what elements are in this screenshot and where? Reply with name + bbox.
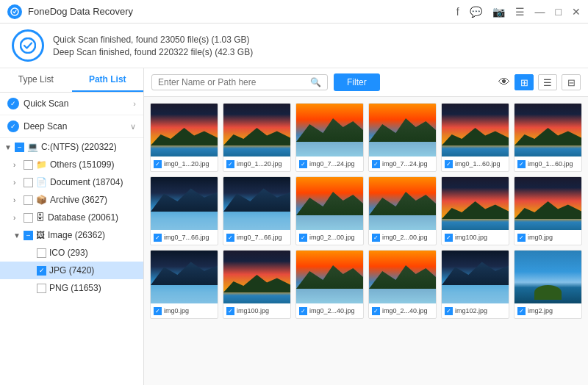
search-input[interactable] [158,77,310,87]
tree-label-database: Database (20061) [48,212,118,223]
detail-view-button[interactable]: ⊟ [562,74,581,90]
expand-icon: ▼ [4,143,15,151]
facebook-icon[interactable]: f [456,6,459,18]
item-checkbox[interactable]: ✓ [372,234,380,242]
grid-item[interactable]: ✓ img0_1...60.jpg [441,103,509,172]
tree-item-others[interactable]: › 📁 Others (151099) [0,156,143,173]
quick-scan-item[interactable]: ✓ Quick Scan › [0,93,143,115]
item-checkbox[interactable]: ✓ [226,307,234,315]
expand-icon: › [13,196,24,204]
item-checkbox[interactable]: ✓ [154,160,162,168]
grid-item[interactable]: ✓ img0_2...00.jpg [368,176,437,245]
checkbox-others[interactable] [24,160,33,170]
grid-item[interactable]: ✓ img102.jpg [441,250,509,319]
item-checkbox[interactable]: ✓ [226,160,234,168]
chat-icon[interactable]: 💬 [470,6,482,18]
filter-button[interactable]: Filter [334,73,380,91]
item-checkbox[interactable]: ✓ [154,307,162,315]
thumbnail [442,104,509,156]
eye-icon[interactable]: 👁 [498,76,510,89]
grid-item[interactable]: ✓ img0_1...60.jpg [514,103,582,172]
filename-label: img0_7...24.jpg [382,160,428,168]
deep-scan-item[interactable]: ✓ Deep Scan ∨ [0,115,143,138]
quick-scan-check: ✓ [7,98,19,109]
tab-path-list[interactable]: Path List [72,68,144,92]
tree-item-archive[interactable]: › 📦 Archive (3627) [0,191,143,209]
item-checkbox[interactable]: ✓ [445,160,453,168]
tree-item-jpg[interactable]: ✓ JPG (7420) [0,262,143,279]
search-box[interactable]: 🔍 [151,74,328,90]
item-checkbox[interactable]: ✓ [517,307,526,315]
close-icon[interactable]: ✕ [572,6,581,18]
image-icon: 🖼 [36,230,45,240]
item-checkbox[interactable]: ✓ [517,160,526,168]
item-checkbox[interactable]: ✓ [445,234,453,242]
thumbnail [151,251,218,303]
deep-scan-check: ✓ [7,120,19,132]
item-checkbox[interactable]: ✓ [226,234,234,242]
item-checkbox[interactable]: ✓ [299,307,307,315]
expand-icon: › [13,214,24,222]
grid-item[interactable]: ✓ img0_7...66.jpg [223,176,291,245]
camera-icon[interactable]: 📷 [492,6,505,18]
grid-item[interactable]: ✓ img0_2...00.jpg [295,176,364,245]
tree-item-c-drive[interactable]: ▼ – 💻 C:(NTFS) (220322) [0,138,143,156]
grid-item[interactable]: ✓ img0_1...20.jpg [150,103,218,172]
grid-item-footer: ✓ img0_2...00.jpg [296,230,363,245]
filename-label: img0_1...60.jpg [455,160,501,168]
folder-icon: 📁 [36,159,47,170]
content-toolbar: 🔍 Filter 👁 ⊞ ☰ ⊟ [144,68,588,97]
grid-item[interactable]: ✓ img0_1...20.jpg [223,103,291,172]
deep-scan-arrow: ∨ [130,122,136,132]
filename-label: img0_7...66.jpg [164,234,209,241]
filename-label: img0_1...20.jpg [164,160,209,168]
item-checkbox[interactable]: ✓ [299,160,307,168]
grid-item[interactable]: ✓ img100.jpg [223,250,291,319]
checkbox-archive[interactable] [24,195,33,205]
checkbox-database[interactable] [24,213,33,223]
database-icon: 🗄 [36,212,45,223]
checkbox-ico[interactable] [37,248,46,258]
filename-label: img100.jpg [237,307,269,314]
checkbox-document[interactable] [24,178,33,187]
grid-item[interactable]: ✓ img0_7...24.jpg [295,103,364,172]
grid-item-footer: ✓ img0.jpg [514,230,581,245]
grid-item[interactable]: ✓ img100.jpg [441,176,509,245]
tree-item-png[interactable]: PNG (11653) [0,279,143,297]
tab-type-list[interactable]: Type List [0,68,72,92]
grid-view-button[interactable]: ⊞ [514,74,534,90]
maximize-icon[interactable]: □ [556,6,562,18]
grid-item[interactable]: ✓ img2.jpg [514,250,582,319]
tree-item-ico[interactable]: ICO (293) [0,244,143,262]
tree-item-document[interactable]: › 📄 Document (18704) [0,173,143,191]
grid-item[interactable]: ✓ img0_7...66.jpg [150,176,218,245]
grid-item[interactable]: ✓ img0.jpg [150,250,218,319]
expand-icon: ▼ [13,231,24,240]
item-checkbox[interactable]: ✓ [372,307,380,315]
menu-icon[interactable]: ☰ [515,6,525,18]
grid-item[interactable]: ✓ img0.jpg [514,176,582,245]
checkbox-png[interactable] [37,284,46,293]
item-checkbox[interactable]: ✓ [299,234,307,242]
thumbnail [151,104,218,156]
minimize-icon[interactable]: — [535,6,545,18]
grid-item[interactable]: ✓ img0_2...40.jpg [368,250,437,319]
thumbnail [223,251,290,303]
checkbox-image[interactable]: – [24,231,33,240]
item-checkbox[interactable]: ✓ [445,307,453,315]
grid-item[interactable]: ✓ img0_7...24.jpg [368,103,437,172]
checkbox-jpg[interactable]: ✓ [37,266,46,276]
thumbnail [296,104,363,156]
grid-item[interactable]: ✓ img0_2...40.jpg [295,250,364,319]
item-checkbox[interactable]: ✓ [154,234,162,242]
item-checkbox[interactable]: ✓ [517,234,526,242]
list-view-button[interactable]: ☰ [538,74,557,90]
checkbox-c-drive[interactable]: – [15,143,24,152]
grid-item-footer: ✓ img0_1...20.jpg [151,156,218,171]
filename-label: img102.jpg [455,307,487,314]
item-checkbox[interactable]: ✓ [372,160,380,168]
tree-item-image[interactable]: ▼ – 🖼 Image (26362) [0,226,143,244]
tree-label-archive: Archive (3627) [50,195,107,205]
tree-label-document: Document (18704) [50,177,123,187]
tree-item-database[interactable]: › 🗄 Database (20061) [0,209,143,226]
